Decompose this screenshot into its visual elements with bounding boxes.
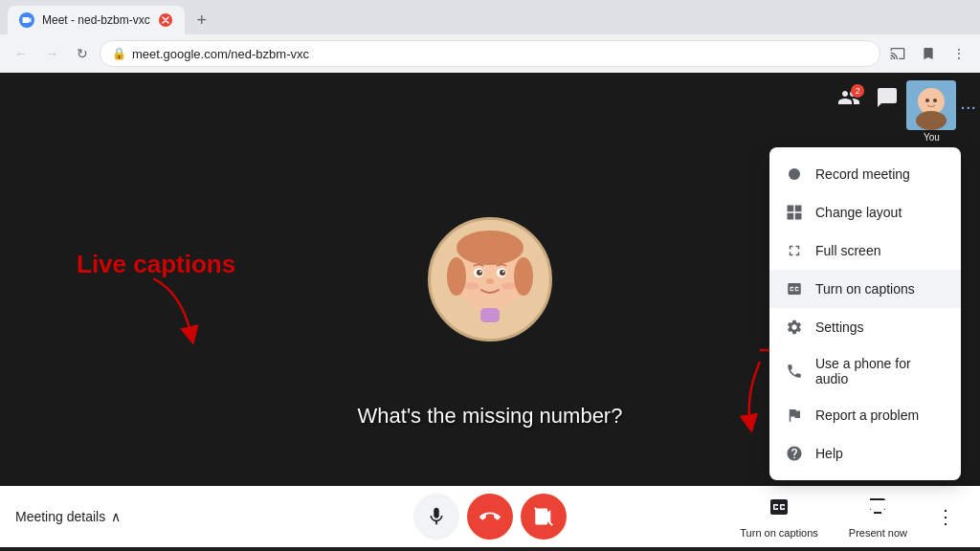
browser-toolbar: ← → ↻ 🔒 meet.google.com/ned-bzbm-vxc ⋮ [0, 34, 980, 73]
svg-rect-22 [788, 206, 794, 212]
menu-item-record[interactable]: Record meeting [769, 155, 961, 193]
participant-avatar-container [428, 217, 552, 342]
address-bar[interactable]: 🔒 meet.google.com/ned-bzbm-vxc [100, 40, 880, 67]
svg-point-14 [500, 270, 505, 276]
captions-btn-label: Turn on captions [740, 527, 818, 539]
phone-label: Use a phone for audio [815, 356, 946, 386]
svg-point-18 [465, 282, 479, 290]
back-btn[interactable]: ← [8, 40, 34, 67]
meet-container: 2 You ... [0, 73, 980, 547]
svg-point-19 [501, 282, 515, 290]
svg-point-13 [477, 270, 482, 276]
right-controls: Turn on captions Present now ⋮ [728, 496, 965, 539]
present-now-btn[interactable]: Present now [837, 496, 919, 539]
fullscreen-label: Full screen [815, 243, 880, 258]
more-icon[interactable]: ⋮ [946, 40, 972, 67]
more-options-btn[interactable]: ⋮ [926, 497, 965, 536]
present-btn-icon [866, 496, 889, 523]
menu-item-layout[interactable]: Change layout [769, 193, 961, 231]
menu-item-report[interactable]: Report a problem [769, 396, 961, 434]
menu-item-fullscreen[interactable]: Full screen [769, 231, 961, 270]
more-options-top[interactable]: ... [956, 80, 980, 125]
phone-icon [785, 362, 804, 381]
settings-label: Settings [815, 320, 864, 335]
cast-icon[interactable] [884, 40, 911, 67]
bookmark-icon[interactable] [915, 40, 942, 67]
captions-icon [785, 279, 804, 298]
turn-on-captions-btn[interactable]: Turn on captions [728, 496, 830, 539]
menu-item-settings[interactable]: Settings [769, 308, 961, 346]
svg-point-17 [486, 278, 494, 284]
svg-point-9 [447, 257, 466, 296]
tab-close-btn[interactable] [158, 12, 173, 28]
captions-arrow [134, 274, 230, 350]
svg-point-15 [479, 271, 481, 273]
svg-point-4 [923, 93, 940, 110]
avatar [906, 80, 956, 130]
svg-point-21 [789, 168, 800, 180]
report-icon [785, 406, 804, 425]
svg-rect-25 [795, 213, 802, 220]
svg-point-5 [925, 99, 929, 102]
browser-chrome: Meet - ned-bzbm-vxc + ← → ↻ 🔒 meet.googl… [0, 0, 980, 73]
svg-point-8 [457, 231, 523, 265]
participant-avatar [428, 217, 552, 342]
participant-thumbnail: You [906, 80, 956, 143]
forward-btn[interactable]: → [38, 40, 65, 67]
help-icon [785, 444, 804, 463]
meeting-details-label: Meeting details [15, 509, 105, 524]
chevron-up-icon: ∧ [111, 509, 121, 524]
bottom-arrow [726, 357, 774, 433]
fullscreen-icon [785, 241, 804, 260]
svg-point-10 [514, 257, 533, 296]
svg-point-6 [933, 99, 937, 102]
meeting-details-btn[interactable]: Meeting details ∧ [15, 509, 121, 524]
svg-point-16 [502, 271, 504, 273]
participants-badge: 2 [851, 84, 864, 98]
browser-tab[interactable]: Meet - ned-bzbm-vxc [8, 6, 185, 34]
refresh-btn[interactable]: ↻ [69, 40, 96, 67]
menu-item-captions[interactable]: Turn on captions [769, 270, 961, 308]
help-label: Help [815, 446, 843, 461]
layout-icon [785, 203, 804, 222]
present-btn-label: Present now [849, 527, 907, 539]
mic-btn[interactable] [413, 494, 459, 540]
bottom-controls [413, 494, 567, 540]
address-text: meet.google.com/ned-bzbm-vxc [132, 47, 309, 61]
menu-item-phone[interactable]: Use a phone for audio [769, 346, 961, 396]
settings-icon [785, 318, 804, 337]
svg-rect-24 [788, 213, 794, 220]
lock-icon: 🔒 [112, 47, 126, 60]
layout-label: Change layout [815, 205, 902, 220]
tab-title: Meet - ned-bzbm-vxc [42, 13, 150, 27]
record-icon [785, 165, 804, 184]
svg-point-3 [916, 111, 947, 130]
tab-favicon [19, 12, 34, 28]
caption-text: What's the missing number? [358, 404, 623, 429]
participants-btn[interactable]: 2 [830, 80, 868, 115]
report-label: Report a problem [815, 408, 919, 423]
menu-item-help[interactable]: Help [769, 434, 961, 473]
captions-menu-label: Turn on captions [815, 281, 915, 297]
svg-rect-20 [480, 308, 500, 322]
captions-btn-icon [768, 496, 791, 523]
meet-bottom-bar: Meeting details ∧ Turn on captions [0, 486, 980, 547]
chat-btn[interactable] [868, 80, 906, 115]
toolbar-icons: ⋮ [884, 40, 972, 67]
svg-rect-23 [795, 206, 802, 212]
hangup-btn[interactable] [467, 494, 513, 540]
record-label: Record meeting [815, 166, 910, 182]
participant-name-label: You [924, 132, 940, 143]
taskbar: ▶ ▲ 🔋 11:48 [0, 547, 980, 551]
dropdown-menu: Record meeting Change layout Full screen… [769, 147, 961, 480]
new-tab-btn[interactable]: + [189, 7, 215, 33]
tab-bar: Meet - ned-bzbm-vxc + [0, 0, 980, 34]
live-captions-annotation: Live captions [77, 250, 235, 279]
video-btn[interactable] [521, 494, 567, 540]
meet-header: 2 You ... [830, 80, 980, 143]
